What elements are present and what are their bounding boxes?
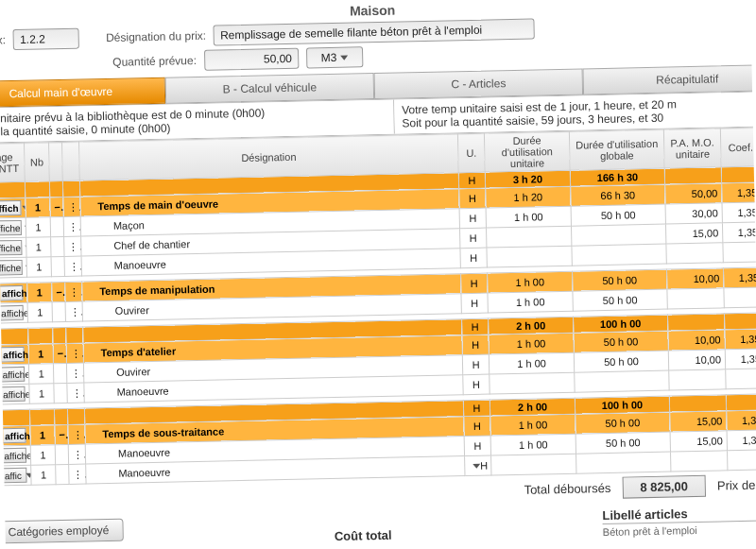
- gantt-display-select[interactable]: e pas affiche: [0, 260, 23, 276]
- gear-icon: [0, 525, 3, 539]
- tab-d-recap[interactable]: Récapitulatif: [582, 64, 756, 95]
- back-button[interactable]: Retour: [0, 0, 44, 8]
- price-number-label: ro du prix:: [0, 33, 6, 47]
- expand-toggle[interactable]: −: [50, 197, 63, 216]
- expand-toggle[interactable]: −: [52, 282, 65, 301]
- quantity-input[interactable]: 50,00: [204, 48, 299, 71]
- gantt-display-select[interactable]: Ne pas affic: [0, 468, 27, 484]
- chevron-down-icon: [340, 56, 348, 60]
- gantt-display-select[interactable]: e pas affich: [0, 200, 22, 216]
- col-marker: [62, 142, 80, 180]
- sous-detail-button[interactable]: Sous-dét...: [49, 0, 163, 6]
- chevron-down-icon: [26, 472, 31, 477]
- tab-b-vehicle[interactable]: B - Calcul véhicule: [165, 73, 375, 104]
- gantt-display-select[interactable]: Ne pas affiche: [0, 386, 26, 403]
- designation-label: Désignation du prix:: [106, 29, 206, 44]
- expand-toggle[interactable]: −: [55, 424, 68, 444]
- article-item: Béton prêt à l'emploi: [603, 521, 756, 538]
- tab-a-labor[interactable]: Calcul main d'œuvre: [0, 77, 165, 109]
- gantt-display-select[interactable]: e pas affiche: [0, 240, 22, 256]
- price-number-input[interactable]: 1.2.2: [13, 28, 79, 50]
- quantity-label: Quantité prévue:: [112, 54, 197, 69]
- total-deb-label: Total déboursés: [524, 481, 610, 497]
- designation-input[interactable]: Remplissage de semelle filante béton prê…: [214, 18, 535, 45]
- col-unit-duration[interactable]: Durée d'utilisation unitaire: [484, 131, 570, 172]
- gantt-display-select[interactable]: Ne pas affiche: [0, 448, 26, 464]
- col-expand: [49, 142, 63, 180]
- col-pa-mo[interactable]: P.A. M.O. unitaire: [663, 129, 721, 168]
- tab-c-articles[interactable]: C - Articles: [374, 68, 584, 99]
- categories-employe-button[interactable]: Catégories employé: [0, 519, 124, 544]
- chevron-down-icon: [472, 463, 480, 468]
- gantt-display-select[interactable]: Ne pas affich: [0, 285, 24, 301]
- total-cost-label: Coût total: [335, 528, 392, 544]
- gantt-display-select[interactable]: Ne pas affich: [0, 428, 26, 444]
- col-coef[interactable]: Coef.: [720, 128, 756, 167]
- col-nb[interactable]: Nb: [25, 143, 50, 182]
- col-unit[interactable]: U.: [457, 133, 485, 173]
- gantt-display-select[interactable]: Ne pas affiche: [0, 367, 25, 383]
- labor-grid: Affichage ans GANTT Nb Désignation U. Du…: [0, 127, 756, 487]
- col-global-duration[interactable]: Durée d'utilisation globale: [569, 129, 664, 170]
- gantt-display-select[interactable]: Ne pas affiche: [0, 305, 24, 321]
- expand-toggle[interactable]: −: [53, 343, 66, 363]
- gantt-display-select[interactable]: e pas affiche: [0, 220, 22, 236]
- total-deb-value: 8 825,00: [622, 475, 706, 499]
- total-pv-label: Prix de vente: [717, 477, 756, 493]
- gantt-display-select[interactable]: Ne pas affich: [0, 347, 25, 363]
- col-affichage[interactable]: Affichage ans GANTT: [0, 143, 25, 182]
- unit-select[interactable]: M3: [306, 46, 363, 68]
